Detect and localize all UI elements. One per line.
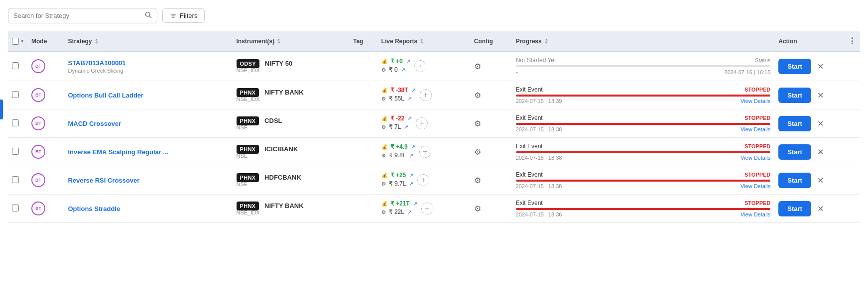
- live-profit-link[interactable]: ↗: [407, 115, 412, 122]
- action-cell: Start ✕: [774, 138, 860, 166]
- th-tag: Tag: [349, 31, 377, 51]
- row-checkbox[interactable]: [12, 119, 19, 126]
- strategy-name[interactable]: Reverse RSI Crossover: [68, 177, 139, 184]
- tag-badge: PHNX: [237, 88, 259, 97]
- strategy-name[interactable]: Inverse EMA Scalping Regular ...: [68, 148, 168, 156]
- mode-badge: BT: [31, 145, 45, 159]
- add-report-button[interactable]: +: [421, 203, 433, 214]
- row-checkbox[interactable]: [12, 148, 19, 155]
- add-report-button[interactable]: +: [414, 60, 426, 72]
- progress-label: Exit Event: [516, 143, 543, 150]
- view-details-link[interactable]: View Details: [741, 155, 770, 161]
- close-button[interactable]: ✕: [815, 145, 826, 159]
- live-profit-value: ₹ +21T: [390, 200, 410, 207]
- view-details-link[interactable]: View Details: [741, 211, 770, 217]
- live-sub-link[interactable]: ↗: [409, 181, 413, 187]
- add-report-button[interactable]: +: [420, 89, 432, 101]
- more-options-icon[interactable]: ⋮: [848, 36, 856, 46]
- view-details-link[interactable]: View Details: [741, 183, 770, 189]
- filters-label: Filters: [180, 12, 197, 19]
- config-gear-button[interactable]: ⚙: [474, 176, 481, 185]
- progress-date: 2024-07-16 | 16:15: [725, 69, 771, 75]
- table-header: ▾ Mode Strategy Instrument(s): [8, 31, 860, 51]
- close-button[interactable]: ✕: [815, 89, 826, 102]
- strategy-name[interactable]: MACD Crossover: [68, 120, 121, 127]
- add-report-button[interactable]: +: [419, 146, 431, 158]
- row-checkbox[interactable]: [12, 176, 19, 183]
- strategy-name[interactable]: STAB7013A100001: [68, 59, 125, 67]
- mode-badge: BT: [31, 88, 45, 102]
- view-details-link[interactable]: View Details: [741, 126, 770, 132]
- start-button[interactable]: Start: [778, 173, 811, 188]
- close-button[interactable]: ✕: [815, 117, 826, 130]
- start-button[interactable]: Start: [778, 201, 811, 216]
- view-details-link[interactable]: View Details: [741, 98, 770, 104]
- action-cell: Start ✕: [774, 51, 860, 81]
- live-profit-value: ₹ -38T: [390, 87, 408, 94]
- live-sub-link[interactable]: ↗: [404, 124, 408, 130]
- close-button[interactable]: ✕: [815, 60, 826, 73]
- live-sub-link[interactable]: ↗: [407, 96, 412, 102]
- progress-cell: Exit Event STOPPED 2024-07-15 | 18:38 Vi…: [512, 109, 775, 138]
- table-row: BT MACD Crossover PHNX CDSL NSE 💰 ₹ -22 …: [8, 109, 860, 138]
- money-icon: 💰: [381, 201, 387, 206]
- add-report-button[interactable]: +: [416, 117, 428, 129]
- start-button[interactable]: Start: [778, 144, 811, 160]
- live-profit-link[interactable]: ↗: [411, 144, 415, 150]
- strategy-name[interactable]: Options Bull Call Ladder: [68, 92, 143, 99]
- close-button[interactable]: ✕: [815, 174, 826, 187]
- config-gear-button[interactable]: ⚙: [474, 147, 481, 157]
- start-button[interactable]: Start: [778, 116, 811, 131]
- add-report-button[interactable]: +: [417, 174, 429, 186]
- instrument-name: HDFCBANK: [264, 174, 301, 181]
- live-sub-link[interactable]: ↗: [409, 152, 413, 159]
- live-profit-value: ₹ +25: [390, 172, 406, 179]
- stopped-badge: STOPPED: [744, 115, 770, 121]
- th-mode: Mode: [27, 31, 64, 51]
- row-checkbox[interactable]: [12, 91, 19, 98]
- scroll-accent: [0, 100, 3, 119]
- filters-button[interactable]: Filters: [162, 8, 205, 23]
- live-profit-link[interactable]: ↗: [413, 201, 417, 207]
- search-input[interactable]: [13, 12, 145, 19]
- row-checkbox[interactable]: [12, 205, 19, 211]
- robot-icon: ⚙: [381, 124, 386, 130]
- config-cell: ⚙: [470, 195, 512, 223]
- mode-badge: BT: [31, 202, 45, 215]
- row-checkbox[interactable]: [12, 62, 19, 69]
- close-button[interactable]: ✕: [815, 202, 826, 215]
- table-row: BT Options Bull Call Ladder PHNX NIFTY B…: [8, 81, 860, 109]
- config-gear-button[interactable]: ⚙: [474, 91, 481, 100]
- progress-label: Exit Event: [516, 86, 543, 93]
- start-button[interactable]: Start: [778, 88, 811, 103]
- live-sub-link[interactable]: ↗: [401, 67, 405, 73]
- stopped-badge: STOPPED: [744, 143, 770, 149]
- strategy-sub: Dynamic Greek Slicing: [68, 68, 228, 74]
- live-profit-link[interactable]: ↗: [406, 58, 410, 65]
- progress-date: 2024-07-15 | 18:38: [516, 183, 562, 189]
- progress-dash: -: [516, 69, 518, 76]
- live-profit-link[interactable]: ↗: [409, 172, 413, 179]
- table-row: BT Reverse RSI Crossover PHNX HDFCBANK N…: [8, 166, 860, 195]
- live-sub-link[interactable]: ↗: [407, 209, 412, 215]
- th-action: Action ⋮: [774, 31, 860, 51]
- progress-status-label: Status: [755, 57, 770, 63]
- start-button[interactable]: Start: [778, 59, 811, 74]
- stopped-badge: STOPPED: [744, 200, 770, 206]
- money-icon: 💰: [381, 88, 387, 93]
- th-live-reports: Live Reports: [377, 31, 470, 51]
- action-cell: Start ✕: [774, 81, 860, 109]
- search-button[interactable]: [145, 11, 152, 20]
- config-gear-button[interactable]: ⚙: [474, 119, 481, 128]
- svg-line-1: [149, 16, 151, 18]
- config-gear-button[interactable]: ⚙: [474, 62, 481, 71]
- progress-cell: Exit Event STOPPED 2024-07-15 | 18:38 Vi…: [512, 138, 775, 166]
- instrument-name: NIFTY BANK: [264, 89, 303, 96]
- strategy-name[interactable]: Options Straddle: [68, 205, 120, 212]
- config-gear-button[interactable]: ⚙: [474, 204, 481, 213]
- tag-badge: PHNX: [237, 173, 259, 182]
- sort-icon: ▾: [21, 38, 23, 44]
- mode-badge: BT: [31, 59, 45, 73]
- live-profit-link[interactable]: ↗: [411, 87, 416, 94]
- select-all-checkbox[interactable]: [12, 38, 19, 45]
